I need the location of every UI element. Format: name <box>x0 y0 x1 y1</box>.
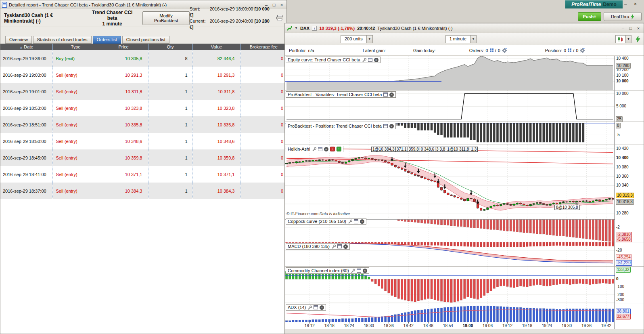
cell-type: Sell (entry) <box>52 183 99 199</box>
window-icon[interactable] <box>314 305 318 309</box>
price-plot[interactable]: 1@10 384,3371,1359,80 348,63 3,81@10 311… <box>285 145 615 217</box>
info-icon[interactable]: i <box>312 26 317 31</box>
sell-arrow-icon[interactable]: ↓ <box>330 147 335 151</box>
column-type[interactable]: Type <box>52 44 99 50</box>
variables-panel-header: ProBacktest - Variables: Trend Chaser CC… <box>286 91 396 98</box>
orders-grid-icon[interactable] <box>490 48 493 52</box>
positions-panel: 0-5 ProBacktest - Positions: Trend Chase… <box>285 122 644 145</box>
cell-value: 10 291,3 <box>192 67 240 83</box>
position-count: 0 <box>564 48 566 53</box>
close-icon[interactable]: × <box>324 147 328 151</box>
table-row[interactable]: 2016-sep-29 18:45:00Sell (entry)10 359,8… <box>0 149 286 166</box>
table-row[interactable]: 2016-sep-29 18:50:00Sell (entry)10 348,6… <box>0 133 286 149</box>
detailed-report-window: Detailed report - Trend Chaser CCI beta … <box>0 0 287 334</box>
cell-price: 10 323,8 <box>99 100 148 116</box>
column-value[interactable]: Value <box>192 44 240 50</box>
panel-title: ADX (14) <box>288 305 306 310</box>
chart-type-dropdown-caret[interactable]: ▼ <box>626 35 631 43</box>
axis-label: 10 400 <box>616 56 629 61</box>
report-icon <box>2 2 7 8</box>
maximize-icon[interactable]: □ <box>271 2 277 8</box>
wrench-icon[interactable] <box>351 269 355 273</box>
cell-type: Sell (entry) <box>52 133 99 149</box>
chart-type-button[interactable] <box>615 35 626 43</box>
close-icon[interactable]: × <box>363 269 367 273</box>
printer-icon[interactable] <box>276 15 283 21</box>
macd-panel-header: MACD (180 390 135) × <box>286 243 350 250</box>
cell-type: Sell (entry) <box>52 116 99 133</box>
close-icon[interactable]: × <box>389 124 394 128</box>
table-row[interactable]: 2016-sep-29 19:01:00Sell (entry)10 311,8… <box>0 83 286 100</box>
portfolio-value: n/a <box>308 48 314 53</box>
tab-closed-positions[interactable]: Closed positions list <box>122 36 169 44</box>
window-icon[interactable] <box>337 244 342 248</box>
chart-titlebar[interactable]: ▼ DAX i 10 319,3 (-1,78%) 20:40:42 Tyskl… <box>285 23 644 33</box>
units-dropdown[interactable]: 200 units ▼ <box>341 35 373 43</box>
column-fee[interactable]: Brokerage fee <box>240 44 286 50</box>
dealthru-button[interactable]: DealThru <box>604 12 642 21</box>
adx-plot[interactable] <box>285 303 615 322</box>
wrench-icon[interactable] <box>331 244 336 249</box>
trend-arrow-icon <box>287 26 292 31</box>
cell-type: Sell (entry) <box>52 67 99 83</box>
latent-gain-value: - <box>387 48 389 53</box>
wrench-icon[interactable] <box>362 58 366 62</box>
gear-icon[interactable] <box>502 48 507 53</box>
wrench-icon[interactable] <box>348 219 352 224</box>
tab-orders-list[interactable]: Orders list <box>93 36 121 44</box>
window-icon[interactable] <box>368 58 372 62</box>
window-icon[interactable] <box>383 92 388 97</box>
table-row[interactable]: 2016-sep-29 19:03:00Sell (entry)10 291,3… <box>0 67 286 83</box>
cell-type: Sell (entry) <box>52 83 99 100</box>
symbol-dropdown-caret[interactable]: ▼ <box>295 26 298 30</box>
window-icon[interactable] <box>383 124 388 128</box>
close-icon[interactable]: × <box>389 92 394 97</box>
timeframe-dropdown[interactable]: 1 minute ▼ <box>445 35 477 43</box>
axis-label: 10 360 <box>616 174 629 179</box>
tab-overview[interactable]: Overview <box>5 36 32 44</box>
table-row[interactable]: 2016-sep-29 18:53:00Sell (entry)10 323,8… <box>0 100 286 116</box>
modify-probacktest-button[interactable]: Modify ProBacktest <box>142 11 189 25</box>
cell-fee: 0 <box>240 67 286 83</box>
close-icon[interactable]: × <box>278 2 285 8</box>
time-tick-label: 18:30 <box>362 323 376 328</box>
wrench-icon[interactable] <box>307 305 312 310</box>
table-row[interactable]: 2016-sep-29 18:37:00Sell (entry)10 384,3… <box>0 183 286 199</box>
maximize-icon[interactable]: □ <box>627 25 634 31</box>
order-label: 1@10 311,8 <box>446 147 470 152</box>
axis-label: 0 <box>616 123 621 128</box>
buy-arrow-icon[interactable]: ↑ <box>337 147 341 151</box>
adx-panel-header: ADX (14) × <box>286 304 326 311</box>
lightning-icon[interactable] <box>636 36 640 42</box>
order-label: 371,1 <box>395 147 408 152</box>
gear-icon[interactable] <box>580 48 585 53</box>
table-row[interactable]: 2016-sep-29 18:51:00Sell (entry)10 335,8… <box>0 116 286 133</box>
tab-statistics[interactable]: Statistics of closed trades <box>33 36 92 44</box>
close-icon[interactable]: × <box>635 25 642 31</box>
cell-fee: 0 <box>240 149 286 166</box>
window-icon[interactable] <box>318 147 322 151</box>
table-row[interactable]: 2016-sep-29 18:41:00Sell (entry)10 371,1… <box>0 166 286 183</box>
axis-label: 133,32 <box>616 267 631 273</box>
window-icon[interactable] <box>357 269 361 273</box>
axis-label: -51,220 <box>616 260 632 266</box>
wrench-icon[interactable] <box>312 147 316 151</box>
time-axis-corner <box>615 322 644 329</box>
close-icon[interactable]: × <box>320 305 324 310</box>
column-date[interactable]: ▲Date <box>0 44 52 50</box>
cell-date: 2016-sep-29 18:45:00 <box>0 149 52 166</box>
column-qty[interactable]: Qty <box>148 44 192 50</box>
column-price[interactable]: Price <box>99 44 148 50</box>
minimize-icon[interactable]: – <box>620 25 626 31</box>
close-icon[interactable]: × <box>343 244 348 249</box>
table-row[interactable]: 2016-sep-29 19:36:00Buy (exit)10 305,888… <box>0 50 286 67</box>
close-icon[interactable]: × <box>374 58 378 62</box>
platform-close-button[interactable]: × <box>634 1 637 7</box>
close-icon[interactable]: × <box>360 219 364 224</box>
window-icon[interactable] <box>354 219 358 223</box>
push-button[interactable]: Push+ <box>578 12 601 21</box>
platform-minimize-button[interactable]: – <box>624 1 627 7</box>
dealthru-label: DealThru <box>611 14 629 19</box>
time-axis: 18:1218:1818:2418:3018:3618:4218:4818:54… <box>285 322 644 329</box>
position-grid-icon[interactable] <box>568 48 571 52</box>
